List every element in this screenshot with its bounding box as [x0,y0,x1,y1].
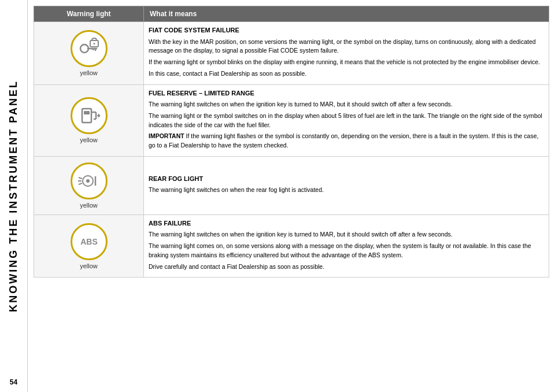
sidebar: KNOWING THE INSTRUMENT PANEL 54 [0,0,28,392]
table-row: ABS yellow ABS FAILURE The warning light… [34,215,549,278]
icon-label-fiat-code: yellow [37,69,140,76]
text-cell-fog: REAR FOG LIGHT The warning light switche… [144,156,549,215]
main-content: Warning light What it means [28,0,555,392]
table-row: yellow FUEL RESERVE – LIMITED RANGE The … [34,84,549,156]
icon-circle-fiat-code [71,30,108,67]
page-number: 54 [10,378,17,386]
fiat-code-icon [76,36,102,61]
row-important-fuel: IMPORTANT [149,132,184,139]
row-text1-fuel: The warning light switches on when the i… [149,100,544,109]
icon-cell-fuel: yellow [34,84,144,156]
text-cell-abs: ABS FAILURE The warning light switches o… [144,215,549,278]
row-text1-abs: The warning light switches on when the i… [149,230,544,239]
svg-text:ABS: ABS [80,237,98,246]
row-text1-fog: The warning light switches on when the r… [149,186,544,195]
fuel-icon [76,103,102,128]
warning-table: Warning light What it means [34,6,549,278]
icon-label-fog: yellow [37,202,140,209]
row-text2-abs: The warning light comes on, on some vers… [149,242,544,260]
svg-line-12 [79,177,82,179]
icon-circle-fuel [71,97,108,134]
svg-point-0 [80,45,88,53]
icon-label-fuel: yellow [37,136,140,143]
icon-circle-fog [71,162,108,199]
row-text3-fiat-code: In this case, contact a Fiat Dealership … [149,69,544,79]
header-what-it-means: What it means [144,6,549,22]
text-cell-fiat-code: FIAT CODE SYSTEM FAILURE With the key in… [144,22,549,85]
svg-point-5 [93,43,95,45]
icon-cell-abs: ABS yellow [34,215,144,278]
text-cell-fuel: FUEL RESERVE – LIMITED RANGE The warning… [144,84,549,156]
row-text3-abs: Drive carefully and contact a Fiat Deale… [149,262,544,272]
icon-label-abs: yellow [37,262,140,269]
table-row: yellow REAR FOG LIGHT The warning light … [34,156,549,215]
fog-icon [76,168,102,194]
sidebar-title: KNOWING THE INSTRUMENT PANEL [8,80,20,312]
row-title-abs: ABS FAILURE [149,219,544,228]
table-row: yellow FIAT CODE SYSTEM FAILURE With the… [34,22,549,85]
row-title-fiat-code: FIAT CODE SYSTEM FAILURE [149,25,544,35]
row-text2-fiat-code: If the warning light or symbol blinks on… [149,58,544,67]
row-title-fuel: FUEL RESERVE – LIMITED RANGE [149,88,544,98]
svg-line-14 [79,183,82,184]
row-text1-fiat-code: With the key in the MAR position, on som… [149,38,544,56]
row-text2-fuel: The warning light or the symbol switches… [149,112,544,130]
icon-cell-fiat-code: yellow [34,22,144,85]
svg-point-16 [86,179,90,183]
svg-rect-6 [82,109,91,123]
row-title-fog: REAR FOG LIGHT [149,174,544,184]
icon-cell-fog: yellow [34,156,144,215]
svg-rect-10 [84,111,90,114]
header-warning-light: Warning light [34,6,144,22]
abs-icon: ABS [76,229,102,254]
row-text3-fuel: IMPORTANT If the warning light flashes o… [149,132,544,150]
icon-circle-abs: ABS [71,223,108,260]
